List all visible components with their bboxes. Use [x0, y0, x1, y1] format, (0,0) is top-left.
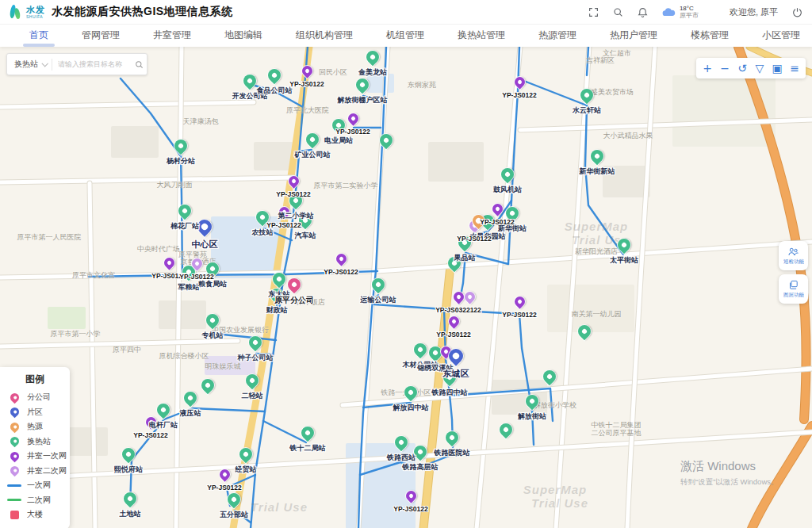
legend-label: 分公司	[27, 392, 51, 403]
map-pin-YP-JS0122[interactable]	[334, 252, 348, 266]
legend-pin-icon	[8, 420, 21, 433]
legend-line-icon	[7, 484, 21, 487]
nav-tab-8[interactable]: 热用户管理	[593, 25, 674, 47]
nav-tab-1[interactable]: 管网管理	[65, 25, 136, 47]
map-pin-label: YP-JS0122	[335, 128, 370, 136]
legend-pin-icon	[8, 465, 21, 477]
map-pin-太平街站[interactable]	[615, 235, 634, 254]
legend-square-icon	[10, 511, 19, 519]
search-submit-icon[interactable]	[131, 60, 147, 69]
map-pin-木材公司站[interactable]	[412, 340, 430, 358]
map-pin-label: 第二小学站	[278, 211, 314, 221]
map-pin-hx[interactable]	[377, 131, 396, 149]
nav-tab-5[interactable]: 机组管理	[370, 25, 441, 47]
list-control[interactable]: ≡	[786, 58, 803, 78]
inspection-tool-label: 巡检功能	[783, 258, 804, 265]
search-category-select[interactable]: 换热站	[7, 59, 52, 70]
map-pin-label: 东城区	[443, 368, 469, 380]
map-pin-食品公司站[interactable]	[266, 66, 284, 84]
map-pin-hx[interactable]	[497, 420, 515, 438]
nav-tab-0[interactable]: 首页	[13, 25, 65, 47]
bell-icon[interactable]	[638, 6, 649, 17]
zoom-out-control[interactable]: −	[716, 58, 733, 78]
map-pin-hx[interactable]	[199, 376, 217, 394]
map-pin-杨村分站[interactable]	[172, 136, 190, 155]
map-pin-熙悦府站[interactable]	[120, 445, 138, 463]
map-pin-YP-JS0122[interactable]	[162, 256, 176, 270]
zoom-in-control[interactable]: +	[699, 58, 716, 78]
map-pin-解放四中站[interactable]	[402, 383, 420, 401]
map-pin-YP-JS0322122[interactable]	[451, 290, 465, 304]
map-pin-label: 矿业公司站	[295, 150, 331, 160]
map-pin-铁十二局站[interactable]	[299, 423, 317, 442]
map-pin-YP-JS0122[interactable]	[217, 468, 232, 482]
map-pin-label: 新华街新站	[580, 166, 615, 177]
logout-icon[interactable]	[791, 6, 802, 17]
map-pin-label: 果品站	[454, 253, 476, 263]
map-pin-解放街站[interactable]	[523, 392, 542, 410]
select-area-control[interactable]: ▣	[768, 58, 786, 78]
nav-tab-6[interactable]: 换热站管理	[441, 25, 522, 47]
map-pin-YP-JS0122[interactable]	[512, 295, 527, 309]
header-bar: 水发 SHUIFA 水发能源盾安供热GIS地理信息系统 18°C 原平市 欢迎您…	[0, 0, 812, 25]
search-icon[interactable]	[613, 6, 624, 17]
map-pin-label: 财政站	[266, 305, 288, 316]
map-pin-label: YP-JS0122	[502, 91, 536, 99]
nav-tab-10[interactable]: 小区管理	[745, 25, 812, 47]
map-pin-YP-JS0122[interactable]	[346, 112, 360, 126]
chevron-down-icon	[41, 60, 48, 67]
map-pin-经贸站[interactable]	[237, 445, 255, 463]
inspection-tool-button[interactable]: 巡检功能	[779, 241, 808, 270]
map-pin-五分部站[interactable]	[225, 490, 243, 508]
nav-tab-9[interactable]: 楼栋管理	[674, 25, 745, 47]
map-pin-棉花厂站[interactable]	[176, 201, 194, 220]
map-pin-hx[interactable]	[541, 367, 559, 385]
map-pin-水云轩站[interactable]	[578, 86, 596, 104]
map-pin-YP-JS0122[interactable]	[512, 75, 527, 90]
map-pin-铁路医院站[interactable]	[443, 428, 462, 446]
map-pin-液压站[interactable]	[182, 388, 200, 407]
legend-label: 井室二次网	[27, 465, 67, 476]
map-pin-金美龙站[interactable]	[364, 48, 382, 66]
map-pin-YP-JS0122[interactable]	[300, 64, 314, 78]
map-pin-矿业公司站[interactable]	[304, 130, 322, 148]
map-pin-铁路西站[interactable]	[393, 433, 411, 451]
map-pin-YP-JS0122[interactable]	[404, 489, 418, 503]
layers-tool-button[interactable]: 图层功能	[779, 274, 808, 304]
nav-tab-4[interactable]: 组织机构管理	[279, 25, 370, 47]
map-pin-二轻站[interactable]	[243, 371, 262, 389]
nav-tab-3[interactable]: 地图编辑	[208, 25, 279, 47]
map-pin-专机站[interactable]	[204, 311, 222, 329]
map-pin-label: 水云轩站	[573, 105, 601, 116]
nav-tab-2[interactable]: 井室管理	[136, 25, 208, 47]
search-input[interactable]	[52, 60, 131, 68]
map-pin-label: 鼓风机站	[493, 185, 522, 195]
map-pin-label: 运输公司站	[361, 295, 396, 305]
legend-label: 二次网	[27, 495, 51, 506]
map-pin-label: 汽车站	[295, 231, 316, 241]
map-pin-种子公司站[interactable]	[247, 333, 265, 351]
map-pin-解放街棚户区站[interactable]	[354, 75, 372, 94]
map-pin-YP-JS0122[interactable]	[286, 174, 301, 189]
nav-tab-7[interactable]: 热源管理	[522, 25, 593, 47]
map-pin-label: 土地站	[120, 509, 141, 519]
fullscreen-icon[interactable]	[588, 6, 599, 17]
map-container[interactable]: 原平实验中学回民小区东炯家苑文仁超市吉祥新区天津康汤包原平北大医院盛美农贸市场大…	[0, 47, 812, 528]
map-pin-电杆厂站[interactable]	[155, 400, 173, 419]
legend-line-icon	[7, 499, 21, 501]
map-pin-js2[interactable]	[462, 290, 477, 304]
weather-widget[interactable]: 18°C 原平市	[662, 5, 699, 19]
map-pin-YP-JS0122[interactable]	[446, 315, 461, 329]
map-pin-土地站[interactable]	[121, 489, 140, 507]
map-pin-东大站[interactable]	[270, 270, 289, 288]
map-pin-label: YP-JS0122	[289, 80, 324, 88]
map-pin-YP-JS0122[interactable]	[490, 202, 504, 216]
measure-control[interactable]: ▽	[751, 58, 768, 78]
map-pin-新华街新站[interactable]	[588, 147, 607, 165]
legend-item-2: 热源	[0, 419, 70, 434]
map-pin-hx[interactable]	[576, 322, 594, 340]
map-pin-鼓风机站[interactable]	[499, 165, 517, 183]
legend-item-3: 换热站	[0, 434, 70, 450]
map-pin-运输公司站[interactable]	[370, 275, 388, 293]
reset-control[interactable]: ↺	[733, 58, 751, 78]
